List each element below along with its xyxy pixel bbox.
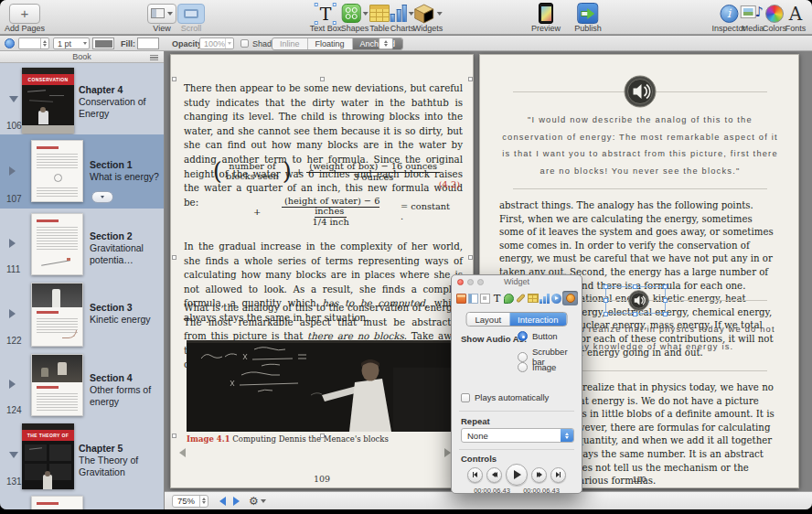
disclosure-triangle-icon[interactable] [9, 452, 18, 458]
wrap-stepper[interactable] [379, 37, 393, 49]
selection-handle[interactable] [172, 77, 176, 81]
metrics-inspector-icon[interactable] [515, 292, 527, 305]
widget-inspector-icon[interactable] [562, 291, 578, 305]
selection-handle[interactable] [633, 284, 637, 289]
text-box-icon: T [315, 4, 336, 24]
forward-button[interactable] [233, 497, 240, 506]
play-disclosure-icon[interactable] [9, 309, 16, 318]
wrap-anchored-segment[interactable]: Anchored [353, 38, 403, 49]
audio-widget-button[interactable] [624, 75, 657, 112]
shadow-checkbox[interactable] [240, 39, 249, 48]
document-inspector-icon[interactable] [455, 292, 467, 305]
text-box-button[interactable]: T Text Box [310, 3, 342, 33]
zoom-control[interactable]: 75% [172, 495, 208, 508]
selection-handle[interactable] [468, 77, 473, 81]
fill-color-well[interactable] [137, 37, 159, 49]
rewind-button[interactable] [486, 467, 502, 483]
layout-inspector-icon[interactable] [467, 292, 479, 305]
selection-handle[interactable] [663, 298, 668, 303]
preview-icon [539, 3, 553, 24]
list-menu-icon[interactable] [150, 55, 158, 60]
graphic-inspector-icon[interactable] [503, 292, 515, 305]
book-page-left[interactable]: There then appear to be some new deviati… [170, 54, 474, 488]
sidebar-item-section-1[interactable]: Section 1 What is energy? 107 [0, 134, 164, 209]
publish-button[interactable]: Publish [574, 3, 602, 33]
play-disclosure-icon[interactable] [9, 166, 16, 176]
scroll-icon [177, 4, 205, 24]
selection-handle[interactable] [320, 77, 325, 81]
selection-handle[interactable] [633, 312, 637, 316]
radio-button-option[interactable]: Button [518, 331, 557, 341]
link-inspector-icon[interactable] [550, 292, 562, 305]
preview-button[interactable]: Preview [531, 3, 561, 33]
sidebar-item-subtitle: Kinetic energy [90, 314, 151, 325]
back-button[interactable] [219, 497, 226, 506]
table-inspector-icon[interactable] [527, 292, 539, 305]
zoom-stepper-icon[interactable] [199, 496, 208, 507]
close-paren: ) [283, 159, 292, 183]
prev-page-arrow-icon[interactable] [179, 448, 186, 457]
radio-image-option[interactable]: Image [518, 362, 556, 372]
media-button[interactable]: ♪ Media [742, 3, 764, 33]
add-pages-button[interactable]: + Add Pages [5, 3, 45, 33]
time-total: 00:00.06.43 [514, 487, 569, 495]
stroke-color-well[interactable] [92, 37, 114, 49]
sidebar-item-partial[interactable] [0, 490, 164, 509]
text-inspector-icon[interactable]: T [491, 292, 503, 305]
next-page-arrow-icon[interactable] [444, 448, 451, 457]
speaker-icon [624, 75, 657, 108]
fast-forward-button[interactable] [531, 467, 547, 483]
tab-layout[interactable]: Layout [467, 313, 510, 326]
sidebar-item-section-2[interactable]: Section 2 Gravitational potentia… 111 [0, 209, 164, 278]
selection-handle[interactable] [604, 284, 608, 289]
stroke-style-stepper[interactable] [18, 37, 49, 49]
wrap-floating-segment[interactable]: Floating [308, 38, 353, 49]
sidebar-item-chapter-4[interactable]: CONSERVATION Chapter 4 Conservation of E… [0, 63, 164, 134]
wrap-inspector-icon[interactable] [479, 292, 491, 305]
selection-handle[interactable] [663, 312, 668, 316]
widgets-button[interactable]: Widgets [413, 3, 443, 33]
page-thumbnail[interactable]: THE THEORY OF [22, 423, 74, 489]
play-disclosure-icon[interactable] [9, 239, 16, 248]
page-thumbnail[interactable] [31, 213, 83, 275]
close-icon[interactable] [457, 279, 464, 285]
page-thumbnail[interactable] [31, 354, 83, 416]
radio-icon [518, 362, 528, 372]
sidebar-page-number: 131 [6, 477, 22, 487]
radio-icon [518, 352, 528, 362]
selection-handle[interactable] [320, 434, 325, 438]
selection-handle[interactable] [172, 434, 176, 438]
tab-interaction[interactable]: Interaction [509, 313, 566, 326]
page-thumbnail[interactable] [31, 140, 83, 202]
play-button[interactable] [506, 464, 528, 486]
selection-handle[interactable] [172, 255, 176, 260]
sidebar-item-title: Section 4 [90, 372, 164, 384]
fonts-button[interactable]: A Fonts [785, 3, 807, 33]
skip-to-end-button[interactable] [550, 467, 566, 483]
page-options-button[interactable] [91, 191, 113, 203]
selection-handle[interactable] [663, 284, 668, 289]
sidebar-item-section-3[interactable]: Section 3 Kinetic energy 122 [0, 278, 164, 349]
selection-handle[interactable] [604, 298, 608, 303]
stroke-width-dropdown[interactable]: 1 pt [53, 37, 90, 49]
view-button[interactable]: View [147, 3, 176, 33]
shapes-button[interactable]: Shapes [341, 3, 369, 33]
skip-to-start-button[interactable] [467, 467, 483, 483]
selection-handle[interactable] [604, 312, 608, 316]
selection-handle[interactable] [468, 255, 473, 260]
sidebar-item-chapter-5[interactable]: THE THEORY OF Chapter 5 The Theory of Gr… [0, 419, 164, 490]
page-thumbnail[interactable]: CONSERVATION [22, 68, 74, 134]
charts-button[interactable]: Charts [390, 3, 415, 33]
disclosure-triangle-icon[interactable] [9, 96, 18, 102]
page-thumbnail[interactable] [31, 283, 83, 347]
repeat-dropdown[interactable]: None [461, 428, 574, 443]
blackboard-image[interactable] [187, 340, 459, 432]
play-disclosure-icon[interactable] [9, 380, 16, 389]
style-indicator-icon[interactable] [5, 38, 15, 48]
colors-button[interactable]: Colors [763, 3, 786, 33]
plays-automatically-checkbox[interactable]: Plays automatically [461, 392, 549, 402]
table-button[interactable]: Table [369, 3, 390, 33]
actions-menu-button[interactable]: ⚙ [249, 495, 266, 508]
sidebar-item-section-4[interactable]: Section 4 Other forms of energy 124 [0, 349, 164, 419]
chart-inspector-icon[interactable] [539, 292, 550, 305]
